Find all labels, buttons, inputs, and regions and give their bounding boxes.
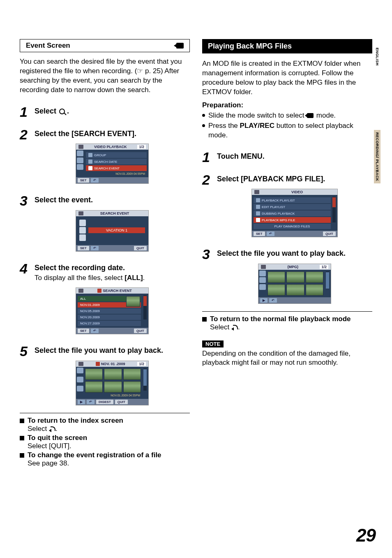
dubbing-icon bbox=[256, 211, 260, 215]
date-row[interactable]: NOV.20.2009 bbox=[78, 315, 141, 320]
back-button[interactable]: ↶ bbox=[87, 400, 95, 404]
tip-body: Select . bbox=[210, 323, 372, 331]
thumbnail[interactable] bbox=[85, 381, 103, 393]
back-button[interactable]: ↶ bbox=[91, 246, 99, 250]
thumbnail[interactable] bbox=[85, 368, 103, 380]
thumbnail[interactable] bbox=[104, 381, 122, 393]
ss-count: 1/2 bbox=[320, 265, 328, 269]
scroll-handle[interactable] bbox=[332, 197, 336, 207]
scrollbar[interactable] bbox=[143, 368, 147, 391]
down-icon[interactable] bbox=[259, 284, 266, 290]
date-row[interactable]: NOV.05.2009 bbox=[78, 308, 141, 314]
prep-item-play-rec: Press the PLAY/REC button to select play… bbox=[202, 121, 372, 140]
square-bullet-icon bbox=[20, 453, 24, 458]
ss-title: SEARCH EVENT bbox=[100, 211, 129, 215]
menu-row[interactable]: PLAY DAMAGED FILES bbox=[254, 224, 331, 229]
back-button[interactable]: ↶ bbox=[267, 232, 274, 236]
digest-button[interactable]: DIGEST bbox=[96, 400, 113, 404]
scrollbar[interactable] bbox=[143, 295, 147, 320]
ss-header: SEARCH EVENT bbox=[76, 211, 148, 216]
thumbnail[interactable] bbox=[306, 284, 323, 296]
menu-row[interactable]: EDIT PLAYLIST bbox=[254, 204, 331, 210]
event-screen-intro: You can search the desired file by the e… bbox=[20, 57, 190, 95]
down-icon[interactable] bbox=[77, 386, 83, 391]
back-button[interactable]: ↶ bbox=[269, 298, 277, 303]
scrollbar[interactable] bbox=[332, 197, 336, 222]
step-number-2: 2 bbox=[202, 174, 213, 185]
set-button[interactable]: SET bbox=[78, 178, 89, 183]
back-button[interactable]: ↶ bbox=[91, 329, 99, 333]
thumbnail[interactable] bbox=[123, 368, 141, 380]
set-button[interactable]: SET bbox=[78, 329, 89, 333]
sd-icon[interactable] bbox=[259, 277, 266, 283]
set-button[interactable]: SET bbox=[254, 232, 265, 236]
calendar-icon bbox=[88, 160, 92, 164]
left-column: Event Screen You can search the desired … bbox=[20, 39, 190, 468]
thumbnail[interactable] bbox=[123, 381, 141, 393]
category-icon[interactable] bbox=[79, 220, 86, 226]
ss-header: VIDEO bbox=[252, 189, 337, 195]
edit-icon bbox=[256, 205, 260, 209]
menu-row-playback-mpg[interactable]: PLAYBACK MPG FILE bbox=[254, 217, 331, 223]
up-icon[interactable] bbox=[259, 271, 266, 276]
quit-button[interactable]: QUIT bbox=[134, 329, 147, 333]
note-block: NOTE Depending on the condition of the d… bbox=[202, 340, 372, 368]
sd-icon[interactable] bbox=[77, 377, 83, 382]
play-button[interactable]: ▶ bbox=[260, 298, 267, 303]
category-icon[interactable] bbox=[79, 234, 86, 241]
step-4-sub: To display all the files, select [ALL]. bbox=[35, 273, 190, 282]
square-bullet-icon bbox=[20, 436, 24, 440]
down-icon[interactable] bbox=[77, 164, 83, 170]
category-icon[interactable] bbox=[79, 227, 86, 234]
square-bullet-icon bbox=[20, 419, 24, 423]
up-icon[interactable] bbox=[77, 150, 83, 156]
group-icon bbox=[88, 153, 92, 157]
quit-button[interactable]: QUIT bbox=[134, 246, 147, 250]
set-button[interactable]: SET bbox=[78, 246, 89, 250]
back-button[interactable]: ↶ bbox=[91, 178, 99, 183]
playlist-icon bbox=[256, 198, 260, 202]
quit-button[interactable]: QUIT bbox=[323, 232, 336, 236]
thumbnail[interactable] bbox=[286, 284, 304, 296]
menu-row-search-date[interactable]: SEARCH DATE bbox=[86, 159, 147, 164]
scrollbar[interactable] bbox=[326, 271, 329, 289]
tip-body: See page 38. bbox=[28, 459, 190, 468]
tip-return-index: To return to the index screen Select . bbox=[20, 417, 190, 433]
thumbnail[interactable] bbox=[267, 271, 285, 283]
thumbnail[interactable] bbox=[306, 271, 323, 283]
menu-row[interactable]: DUBBING PLAYBACK bbox=[254, 211, 331, 216]
menu-row-search-event[interactable]: SEARCH EVENT bbox=[86, 165, 147, 171]
sd-icon[interactable] bbox=[77, 157, 83, 163]
ss-count: 1/2 bbox=[137, 145, 146, 149]
bullet-icon bbox=[202, 114, 205, 117]
screenshot-mpg-grid: (MPG) 1/2 bbox=[258, 264, 331, 304]
scroll-handle[interactable] bbox=[326, 272, 329, 289]
step-number-5: 5 bbox=[20, 346, 30, 357]
scroll-handle[interactable] bbox=[143, 296, 147, 306]
ss-sidebar bbox=[259, 271, 266, 290]
menu-row[interactable]: PLAYBACK PLAYLIST bbox=[254, 197, 331, 203]
right-step-3: 3 Select the file you want to play back.… bbox=[202, 249, 372, 303]
right-step-2-title: Select [PLAYBACK MPG FILE]. bbox=[217, 174, 372, 184]
tip-change-event: To change the event registration of a fi… bbox=[20, 451, 190, 468]
ss-title: VIDEO bbox=[291, 190, 303, 194]
play-button[interactable]: ▶ bbox=[78, 400, 85, 404]
scroll-handle[interactable] bbox=[143, 369, 147, 386]
tips-list: To return to the index screen Select . T… bbox=[20, 417, 190, 468]
step-1: 1 Select . bbox=[20, 107, 190, 118]
up-icon[interactable] bbox=[77, 368, 83, 373]
event-vacation-1[interactable]: VACATION 1 bbox=[88, 227, 145, 233]
menu-row-group[interactable]: GROUP bbox=[86, 152, 147, 158]
tip-body: Select . bbox=[28, 425, 190, 433]
hdd-icon bbox=[78, 362, 83, 366]
thumbnail[interactable] bbox=[286, 271, 304, 283]
thumbnail[interactable] bbox=[267, 284, 285, 296]
preparation-title: Preparation: bbox=[202, 101, 372, 109]
quit-button[interactable]: QUIT bbox=[115, 400, 128, 404]
thumbnail[interactable] bbox=[104, 368, 122, 380]
date-row[interactable]: NOV.27.2009 bbox=[78, 321, 141, 326]
step-number-1: 1 bbox=[202, 152, 213, 163]
magnifier-icon bbox=[59, 109, 65, 114]
ss-header: (MPG) 1/2 bbox=[258, 264, 331, 270]
hdd-icon bbox=[78, 145, 83, 149]
